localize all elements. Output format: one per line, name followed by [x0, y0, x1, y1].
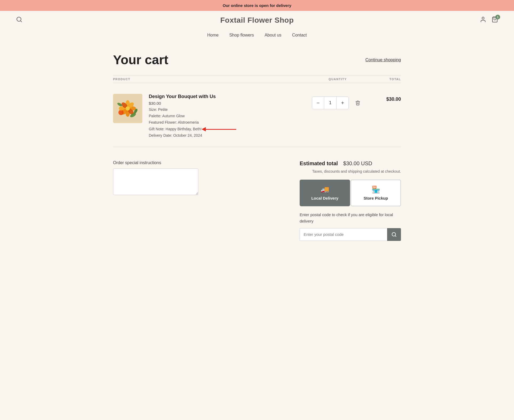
product-image — [113, 94, 142, 123]
main-nav: Home Shop flowers About us Contact — [0, 30, 514, 42]
svg-point-14 — [126, 106, 130, 111]
decrease-quantity-button[interactable]: − — [312, 96, 324, 109]
annotation-arrow — [204, 129, 236, 130]
postal-section: Enter postal code to check if you are el… — [300, 212, 401, 241]
header-right: 1 — [480, 16, 498, 24]
col-total-header: TOTAL — [389, 78, 401, 81]
quantity-controls: − + — [312, 96, 349, 109]
announcement-text: Our online store is open for delivery — [223, 3, 291, 8]
search-submit-icon — [391, 232, 397, 237]
local-delivery-label: Local Delivery — [311, 196, 339, 200]
order-summary: Estimated total $30.00 USD Taxes, discou… — [300, 160, 401, 241]
postal-search-button[interactable] — [387, 228, 401, 241]
cart-column-headers: PRODUCT QUANTITY TOTAL — [113, 75, 401, 83]
product-price: $30.00 — [149, 101, 312, 106]
account-icon[interactable] — [480, 16, 486, 24]
cart-badge: 1 — [495, 15, 500, 19]
col-product-header: PRODUCT — [113, 78, 130, 81]
item-total: $30.00 — [380, 96, 401, 102]
store-pickup-label: Store Pickup — [364, 196, 388, 200]
search-icon[interactable] — [16, 16, 22, 24]
cart-item: Design Your Bouquet with Us $30.00 Size:… — [113, 88, 401, 147]
product-delivery-date: Delivery Date: October 24, 2024 — [149, 132, 312, 139]
estimated-total-label: Estimated total — [300, 160, 338, 167]
product-details: Design Your Bouquet with Us $30.00 Size:… — [149, 94, 312, 139]
product-name: Design Your Bouquet with Us — [149, 94, 312, 99]
instructions-label: Order special instructions — [113, 160, 289, 165]
site-title: Foxtail Flower Shop — [220, 16, 294, 25]
header-left — [16, 16, 22, 24]
gift-note-row: Gift Note: Happy Birthday, Beth! — [149, 126, 312, 132]
announcement-bar: Our online store is open for delivery — [0, 0, 514, 11]
main-content: Your cart Continue shopping PRODUCT QUAN… — [97, 42, 417, 252]
estimated-total-row: Estimated total $30.00 USD — [300, 160, 401, 167]
tax-note: Taxes, discounts and shipping calculated… — [300, 169, 401, 174]
postal-input-row — [300, 228, 401, 241]
product-size: Size: Petite — [149, 107, 312, 113]
svg-point-2 — [482, 17, 484, 19]
header: Foxtail Flower Shop 1 — [0, 11, 514, 30]
increase-quantity-button[interactable]: + — [337, 96, 348, 109]
svg-line-1 — [21, 21, 22, 22]
continue-shopping-link[interactable]: Continue shopping — [366, 58, 401, 62]
delivery-truck-icon: 🚚 — [321, 185, 329, 194]
delete-item-button[interactable] — [352, 97, 364, 109]
product-featured-flower: Featured Flower: Alstroemeria — [149, 119, 312, 126]
estimated-total-amount: $30.00 USD — [343, 160, 372, 167]
svg-point-16 — [119, 106, 123, 111]
col-quantity-header: QUANTITY — [329, 78, 347, 81]
local-delivery-option[interactable]: 🚚 Local Delivery — [300, 180, 350, 206]
store-pickup-option[interactable]: 🏪 Store Pickup — [351, 180, 401, 206]
nav-home[interactable]: Home — [207, 33, 219, 38]
nav-about-us[interactable]: About us — [264, 33, 281, 38]
product-gift-note: Gift Note: Happy Birthday, Beth! — [149, 126, 202, 132]
instructions-textarea[interactable] — [113, 168, 198, 195]
product-palette: Palette: Autumn Glow — [149, 113, 312, 119]
cart-icon[interactable]: 1 — [492, 16, 498, 24]
nav-shop-flowers[interactable]: Shop flowers — [229, 33, 254, 38]
store-icon: 🏪 — [372, 185, 380, 194]
cart-bottom: Order special instructions Estimated tot… — [113, 160, 401, 241]
quantity-area: − + — [312, 96, 364, 109]
postal-note: Enter postal code to check if you are el… — [300, 212, 401, 224]
special-instructions-section: Order special instructions — [113, 160, 289, 241]
postal-code-input[interactable] — [300, 228, 387, 241]
quantity-input[interactable] — [324, 96, 337, 109]
delivery-options: 🚚 Local Delivery 🏪 Store Pickup — [300, 180, 401, 206]
cart-title: Your cart — [113, 53, 168, 67]
cart-header: Your cart Continue shopping — [113, 53, 401, 67]
nav-contact[interactable]: Contact — [292, 33, 307, 38]
svg-line-21 — [395, 236, 396, 237]
